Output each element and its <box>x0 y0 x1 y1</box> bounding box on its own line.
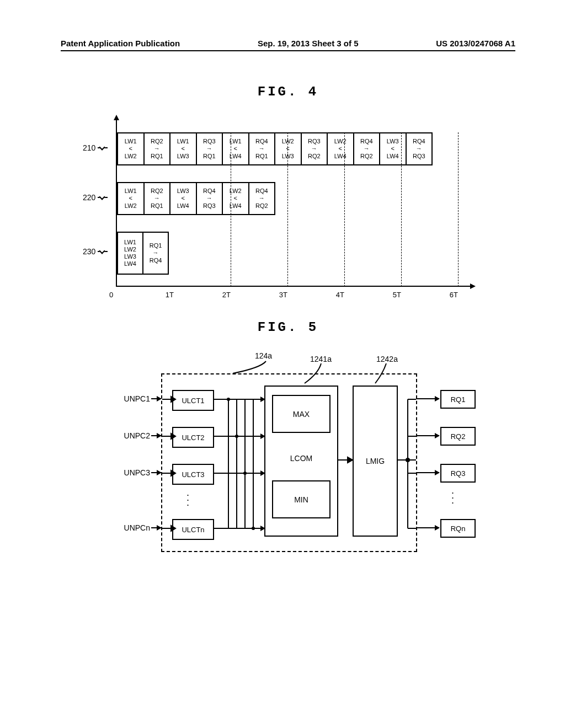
svg-marker-3 <box>171 433 175 439</box>
input-label: UNPC3 <box>100 468 150 477</box>
arrow-icon <box>151 435 161 436</box>
rq-box: RQ2 <box>440 427 476 446</box>
tick-label: 0 <box>109 291 113 299</box>
svg-point-22 <box>243 472 247 475</box>
tick-label: 2T <box>174 291 231 299</box>
chart-cell: LW3<LW4 <box>169 182 197 215</box>
arrow-icon <box>416 398 439 399</box>
svg-point-23 <box>252 527 255 530</box>
arrow-icon <box>416 435 439 436</box>
chart-cell: RQ2→RQ1 <box>143 182 171 215</box>
chart-cell: RQ4→RQ2 <box>248 182 276 215</box>
input-label: UNPC2 <box>100 431 150 440</box>
svg-point-32 <box>406 458 409 462</box>
chart-row-210: LW1<LW2RQ2→RQ1LW1<LW3RQ3→RQ1LW1<LW4RQ4→R… <box>117 132 431 165</box>
svg-marker-7 <box>171 526 175 531</box>
chart-cell: LW1<LW4 <box>222 132 249 165</box>
fig5-diagram: 124a 1241a 1242a ULCT1 ULCT2 ULCT3 ULCTn… <box>100 351 476 555</box>
page-header: Patent Application Publication Sep. 19, … <box>61 39 515 51</box>
tick-label: 6T <box>401 291 458 299</box>
svg-marker-25 <box>348 457 353 463</box>
svg-point-21 <box>235 435 238 438</box>
module-boundary: ULCT1 ULCT2 ULCT3 ULCTn ... MAX LCOM MIN… <box>161 373 417 552</box>
chart-cell: LW2<LW3 <box>274 132 302 165</box>
row-label-230: 230 <box>83 247 108 256</box>
fig4-chart: 210 220 230 LW1<LW2RQ2→RQ1LW1<LW3RQ3→RQ1… <box>83 116 469 292</box>
rq-box: RQ3 <box>440 464 476 483</box>
chart-cell: LW3<LW4 <box>379 132 407 165</box>
arrow-icon <box>416 527 439 528</box>
gridline <box>458 132 459 287</box>
chart-cell: LW1LW2LW3LW4 <box>117 232 143 275</box>
chart-cell: RQ4→RQ1 <box>248 132 276 165</box>
svg-marker-1 <box>171 397 175 402</box>
chart-cell: LW2<LW4 <box>327 132 354 165</box>
leader-icon <box>98 197 108 198</box>
wiring <box>162 374 416 551</box>
arrow-icon <box>151 527 161 528</box>
input-label: UNPCn <box>100 523 150 532</box>
chart-cell: LW2<LW4 <box>222 182 249 215</box>
rq-box: RQn <box>440 519 476 538</box>
leader-icon <box>98 147 108 148</box>
chart-cell: RQ3→RQ2 <box>301 132 328 165</box>
header-right: US 2013/0247068 A1 <box>436 39 515 48</box>
chart-cell: LW1<LW2 <box>117 182 145 215</box>
vdots-icon: ... <box>451 488 454 503</box>
fig4-title: FIG. 4 <box>61 84 515 99</box>
row-label-220: 220 <box>83 193 108 202</box>
chart-cell: RQ4→RQ3 <box>196 182 223 215</box>
svg-point-20 <box>227 398 230 401</box>
leader-icon <box>98 251 108 252</box>
chart-cell: LW1<LW3 <box>169 132 197 165</box>
chart-cell: RQ4→RQ2 <box>353 132 381 165</box>
arrow-icon <box>151 398 161 399</box>
svg-marker-5 <box>171 470 175 476</box>
chart-cell: RQ2→RQ1 <box>143 132 171 165</box>
arrow-icon <box>416 472 439 473</box>
rq-box: RQ1 <box>440 390 476 409</box>
x-axis <box>116 286 475 287</box>
x-ticks: 1T 2T 3T 4T 5T 6T <box>117 291 458 299</box>
tick-label: 3T <box>231 291 287 299</box>
svg-marker-17 <box>260 433 265 439</box>
header-left: Patent Application Publication <box>61 39 180 48</box>
chart-cell: RQ3→RQ1 <box>196 132 223 165</box>
input-label: UNPC1 <box>100 394 150 403</box>
svg-marker-16 <box>260 397 265 402</box>
header-center: Sep. 19, 2013 Sheet 3 of 5 <box>258 39 359 48</box>
tick-label: 1T <box>117 291 174 299</box>
chart-cell: RQ4→RQ3 <box>406 132 433 165</box>
svg-marker-18 <box>260 470 265 476</box>
chart-cell: RQ1→RQ4 <box>142 232 169 275</box>
tick-label: 5T <box>344 291 401 299</box>
arrow-icon <box>151 472 161 473</box>
chart-row-230: LW1LW2LW3LW4RQ1→RQ4 <box>117 232 168 275</box>
fig5-title: FIG. 5 <box>61 320 515 335</box>
row-label-210: 210 <box>83 143 108 152</box>
chart-row-220: LW1<LW2RQ2→RQ1LW3<LW4RQ4→RQ3LW2<LW4RQ4→R… <box>117 182 274 215</box>
chart-cell: LW1<LW2 <box>117 132 145 165</box>
tick-label: 4T <box>287 291 344 299</box>
svg-marker-19 <box>260 526 265 531</box>
